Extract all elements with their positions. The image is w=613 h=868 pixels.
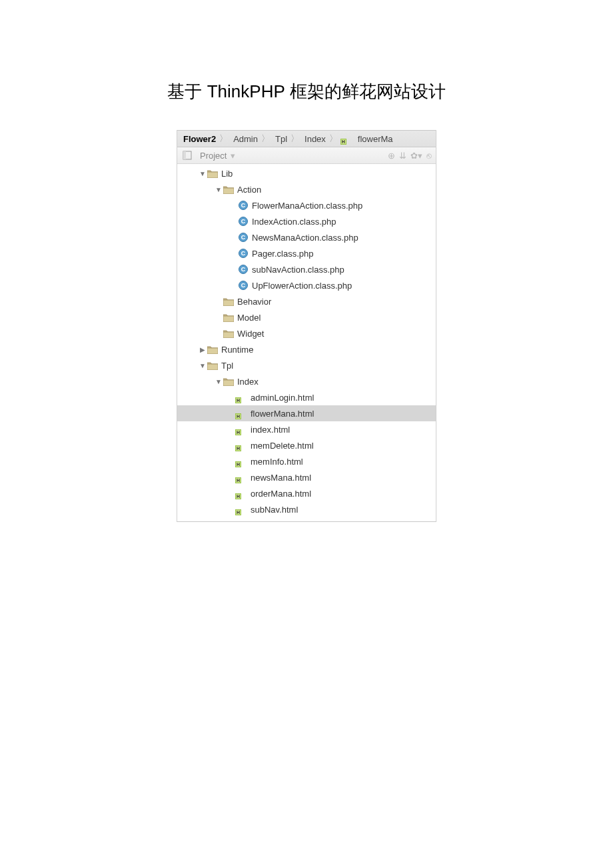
folder-icon [223,184,235,195]
tree-file-php[interactable]: CFlowerManaAction.class.php [177,197,436,213]
tree-label: Pager.class.php [252,249,314,259]
tree-file-php[interactable]: CsubNavAction.class.php [177,261,436,277]
tree-label: adminLogin.html [251,393,314,403]
chevron-right-icon: 〉 [219,133,228,145]
tree-file-html[interactable]: HmemDelete.html [177,437,436,453]
breadcrumb-label: Flower2 [183,134,216,144]
class-icon: C [239,201,248,210]
breadcrumb[interactable]: Flower2 〉 Admin 〉 Tpl 〉 Index 〉 H flower… [177,130,436,147]
chevron-down-icon[interactable]: ▼ [215,378,223,385]
tree-label: subNav.html [251,505,298,515]
tree-label: memDelete.html [251,441,314,451]
chevron-right-icon: 〉 [329,133,338,145]
breadcrumb-item-root[interactable]: Flower2 [181,134,216,144]
ide-panel: Flower2 〉 Admin 〉 Tpl 〉 Index 〉 H flower… [177,130,436,522]
breadcrumb-label: Tpl [275,134,287,144]
folder-icon [223,312,235,323]
tree-label: flowerMana.html [251,409,314,419]
tree-file-php[interactable]: CUpFlowerAction.class.php [177,277,436,293]
tree-file-html[interactable]: HsubNav.html [177,501,436,517]
class-icon: C [239,249,248,258]
project-toolbar: Project ▾ ⊕ ⇊ ✿▾ ⎋ [177,147,436,164]
svg-rect-10 [223,332,234,338]
tree-label: UpFlowerAction.class.php [252,281,352,291]
tree-label: Widget [237,329,264,339]
tree-label: Lib [221,169,233,179]
gear-icon[interactable]: ✿▾ [410,151,422,161]
tree-file-html[interactable]: HadminLogin.html [177,389,436,405]
chevron-right-icon[interactable]: ▶ [199,346,207,353]
project-label: Project [200,151,227,161]
breadcrumb-label: Admin [233,134,258,144]
tree-file-html[interactable]: Hindex.html [177,421,436,437]
project-tree[interactable]: ▼ Lib ▼ Action CFlowerManaAction.class.p… [177,164,436,521]
tree-label: Runtime [221,345,253,355]
tree-folder-lib[interactable]: ▼ Lib [177,165,436,181]
tree-label: orderMana.html [251,489,311,499]
tree-label: Model [237,313,261,323]
tree-file-html[interactable]: HorderMana.html [177,485,436,501]
tree-label: Tpl [221,361,233,371]
chevron-right-icon: 〉 [291,133,299,145]
svg-rect-13 [223,380,234,386]
chevron-down-icon[interactable]: ▼ [215,186,223,193]
tree-folder-tpl[interactable]: ▼Tpl [177,357,436,373]
tree-file-php[interactable]: CIndexAction.class.php [177,213,436,229]
svg-rect-11 [207,348,218,354]
page-title: 基于 ThinkPHP 框架的鲜花网站设计 [0,80,613,103]
tree-folder-action[interactable]: ▼ Action [177,181,436,197]
tree-label: subNavAction.class.php [252,265,344,275]
breadcrumb-item[interactable]: Admin [231,134,258,144]
breadcrumb-label: flowerMa [358,134,393,144]
breadcrumb-item-file[interactable]: H flowerMa [341,133,393,144]
tree-label: IndexAction.class.php [252,217,336,227]
svg-rect-8 [223,300,234,306]
html-file-icon: H [236,504,248,515]
hide-icon[interactable]: ⎋ [426,151,432,161]
svg-rect-9 [223,316,234,322]
tree-label: memInfo.html [251,457,303,467]
tree-label: Behavior [237,297,271,307]
tree-label: FlowerManaAction.class.php [252,201,362,211]
chevron-right-icon: 〉 [261,133,270,145]
folder-icon [207,344,219,355]
folder-icon [223,376,235,387]
dropdown-icon[interactable]: ▾ [231,151,235,161]
tree-folder-widget[interactable]: ▶Widget [177,325,436,341]
folder-icon [223,296,235,307]
tree-folder-runtime[interactable]: ▶Runtime [177,341,436,357]
svg-rect-7 [223,188,234,194]
chevron-down-icon[interactable]: ▼ [199,170,207,177]
tree-folder-behavior[interactable]: ▶Behavior [177,293,436,309]
breadcrumb-label: Index [305,134,326,144]
chevron-down-icon[interactable]: ▼ [199,362,207,369]
folder-icon [207,168,219,179]
tree-label: index.html [251,425,290,435]
tree-label: newsMana.html [251,473,311,483]
svg-rect-5 [183,151,186,159]
folder-icon [207,360,219,371]
breadcrumb-item[interactable]: Index [303,134,326,144]
class-icon: C [239,265,248,274]
html-file-icon: H [341,133,353,144]
tree-file-php[interactable]: CNewsManaAction.class.php [177,229,436,245]
class-icon: C [239,233,248,242]
class-icon: C [239,281,248,290]
tree-label: NewsManaAction.class.php [252,233,358,243]
svg-rect-12 [207,364,218,370]
collapse-icon[interactable]: ⇊ [399,151,406,161]
svg-rect-6 [207,172,218,178]
tree-file-php[interactable]: CPager.class.php [177,245,436,261]
folder-icon [223,328,235,339]
target-icon[interactable]: ⊕ [388,151,395,161]
project-icon [181,150,193,161]
class-icon: C [239,217,248,226]
tree-file-html-selected[interactable]: HflowerMana.html [177,405,436,421]
tree-folder-model[interactable]: ▶Model [177,309,436,325]
tree-file-html[interactable]: HmemInfo.html [177,453,436,469]
tree-label: Action [237,185,261,195]
tree-file-html[interactable]: HnewsMana.html [177,469,436,485]
tree-folder-index[interactable]: ▼Index [177,373,436,389]
breadcrumb-item[interactable]: Tpl [273,134,287,144]
